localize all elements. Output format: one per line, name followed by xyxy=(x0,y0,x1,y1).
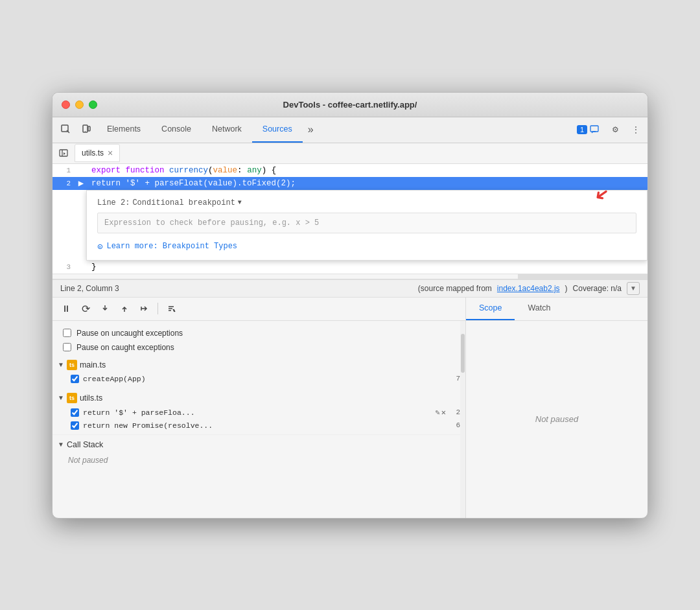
status-bar: Line 2, Column 3 (source mapped from ind… xyxy=(52,279,648,298)
deactivate-icon xyxy=(167,304,176,313)
scrollbar-thumb xyxy=(461,334,465,373)
deactivate-breakpoints[interactable] xyxy=(163,300,180,317)
step-icon xyxy=(139,304,148,313)
svg-rect-2 xyxy=(88,126,90,131)
file-tab-bar: utils.ts × xyxy=(52,143,648,164)
bp-entry-actions: ✎ ✕ xyxy=(436,408,446,417)
left-panel: ⏸ ⟳ xyxy=(52,298,466,518)
pause-uncaught-label: Pause on uncaught exceptions xyxy=(76,329,183,338)
cursor-position: Line 2, Column 3 xyxy=(60,284,119,293)
pause-caught-row: Pause on caught exceptions xyxy=(52,340,465,355)
step-over-button[interactable]: ⟳ xyxy=(77,300,94,317)
tab-more-button[interactable]: » xyxy=(303,117,319,143)
section-utils-name: utils.ts xyxy=(80,393,102,403)
feedback-button[interactable]: 1 xyxy=(572,123,604,137)
code-editor[interactable]: 1 export function currency(value: any) {… xyxy=(52,164,648,279)
file-tab-close[interactable]: × xyxy=(108,148,113,158)
pause-button[interactable]: ⏸ xyxy=(58,300,75,317)
bp-link-text: Learn more: Breakpoint Types xyxy=(106,242,237,251)
call-stack-header[interactable]: ▼ Call Stack xyxy=(52,438,465,452)
main-file-icon: ts xyxy=(67,360,77,370)
devtools-window: DevTools - coffee-cart.netlify.app/ Elem… xyxy=(52,92,648,519)
bp-return-dollar-checkbox[interactable] xyxy=(71,408,79,417)
code-line-2[interactable]: 2 ▶ return '$' + parseFloat(value).toFix… xyxy=(52,177,648,190)
tab-right-controls: 1 ⚙ ⋮ xyxy=(572,117,645,143)
pause-uncaught-checkbox[interactable] xyxy=(63,329,71,337)
title-bar: DevTools - coffee-cart.netlify.app/ xyxy=(52,93,648,117)
breakpoints-panel: Pause on uncaught exceptions Pause on ca… xyxy=(52,321,465,518)
tab-device-mode[interactable] xyxy=(76,117,97,143)
bp-return-promise-checkbox[interactable] xyxy=(71,421,79,430)
close-button[interactable] xyxy=(62,100,70,109)
bp-type-label: Conditional breakpoint xyxy=(132,198,235,207)
step-button[interactable] xyxy=(135,300,152,317)
tab-sources[interactable]: Sources xyxy=(252,117,303,143)
bp-createapp-checkbox[interactable] xyxy=(71,375,79,383)
bp-entry-createapp: createApp(App) 7 xyxy=(52,373,465,385)
step-into-icon xyxy=(100,304,110,313)
delete-bp-button[interactable]: ✕ xyxy=(441,408,446,417)
code-line-3[interactable]: 3 } xyxy=(52,261,648,274)
tab-icon-inspect[interactable] xyxy=(55,117,76,143)
bp-dropdown-arrow[interactable]: ▼ xyxy=(238,199,242,206)
pause-uncaught-row: Pause on uncaught exceptions xyxy=(52,326,465,340)
pause-caught-checkbox[interactable] xyxy=(63,343,71,351)
utils-file-icon: ts xyxy=(67,393,77,403)
bp-utils-entries: return '$' + parseFloa... ✎ ✕ 2 ➜ return xyxy=(52,406,465,432)
bp-return-promise-line: 6 xyxy=(450,421,460,429)
tab-scope[interactable]: Scope xyxy=(466,298,515,320)
feedback-badge: 1 xyxy=(577,125,587,134)
bp-return-dollar-text: return '$' + parseFloa... xyxy=(83,408,432,417)
edit-bp-button[interactable]: ✎ xyxy=(436,408,440,417)
step-out-button[interactable] xyxy=(116,300,133,317)
debug-toolbar: ⏸ ⟳ xyxy=(52,298,465,321)
section-main-name: main.ts xyxy=(80,360,106,370)
maximize-button[interactable] xyxy=(89,100,97,109)
svg-rect-4 xyxy=(590,126,598,132)
source-mapped-prefix: (source mapped from xyxy=(418,284,492,293)
file-tab-utils[interactable]: utils.ts × xyxy=(75,144,120,162)
console-panel-toggle[interactable]: ▼ xyxy=(627,282,640,295)
feedback-icon xyxy=(590,125,599,134)
minimize-button[interactable] xyxy=(75,100,84,109)
line-number-1: 1 xyxy=(52,164,76,177)
line-number-2: 2 xyxy=(52,177,76,190)
breakpoint-col-1 xyxy=(76,164,86,177)
more-options-button[interactable]: ⋮ xyxy=(627,123,645,137)
horizontal-scrollbar[interactable] xyxy=(52,274,648,279)
vertical-scrollbar[interactable] xyxy=(460,321,465,518)
breakpoint-popup: Line 2: Conditional breakpoint ▼ Express… xyxy=(86,190,648,261)
call-stack-section: ▼ Call Stack Not paused xyxy=(52,434,465,471)
settings-button[interactable]: ⚙ xyxy=(607,123,624,137)
bp-entry-return-dollar: return '$' + parseFloa... ✎ ✕ 2 ➜ xyxy=(52,406,465,419)
svg-marker-7 xyxy=(64,152,65,155)
bp-createapp-text: createApp(App) xyxy=(83,375,446,383)
bp-line-label: Line 2: xyxy=(97,198,130,207)
pause-caught-label: Pause on caught exceptions xyxy=(76,343,174,352)
source-mapped-link[interactable]: index.1ac4eab2.js xyxy=(497,284,560,293)
call-stack-arrow: ▼ xyxy=(58,441,64,448)
code-content-1: export function currency(value: any) { xyxy=(86,164,648,177)
bp-section-main-header[interactable]: ▼ ts main.ts xyxy=(52,357,465,373)
code-line-1[interactable]: 1 export function currency(value: any) { xyxy=(52,164,648,177)
bp-expression-input[interactable]: Expression to check before pausing, e.g.… xyxy=(97,213,636,233)
tab-elements[interactable]: Elements xyxy=(97,117,151,143)
bp-learn-more-link[interactable]: ⊙ Learn more: Breakpoint Types xyxy=(97,241,636,252)
tab-network[interactable]: Network xyxy=(202,117,252,143)
step-into-button[interactable] xyxy=(97,300,113,317)
breakpoint-col-2: ▶ xyxy=(76,177,86,190)
tab-console[interactable]: Console xyxy=(151,117,202,143)
bp-return-promise-text: return new Promise(resolve... xyxy=(83,421,446,430)
right-panel: Scope Watch Not paused xyxy=(466,298,648,518)
breakpoint-arrow-2: ▶ xyxy=(78,177,84,190)
device-icon xyxy=(81,124,91,134)
section-utils-arrow: ▼ xyxy=(58,394,64,401)
bp-section-utils-header[interactable]: ▼ ts utils.ts xyxy=(52,390,465,406)
bp-createapp-line: 7 xyxy=(450,375,460,382)
call-stack-label: Call Stack xyxy=(67,440,103,449)
coverage-status: Coverage: n/a xyxy=(573,284,622,293)
scope-watch-tabs: Scope Watch xyxy=(466,298,648,321)
not-paused-label: Not paused xyxy=(466,321,648,518)
tab-watch[interactable]: Watch xyxy=(515,298,563,320)
sidebar-toggle-button[interactable] xyxy=(55,145,72,161)
